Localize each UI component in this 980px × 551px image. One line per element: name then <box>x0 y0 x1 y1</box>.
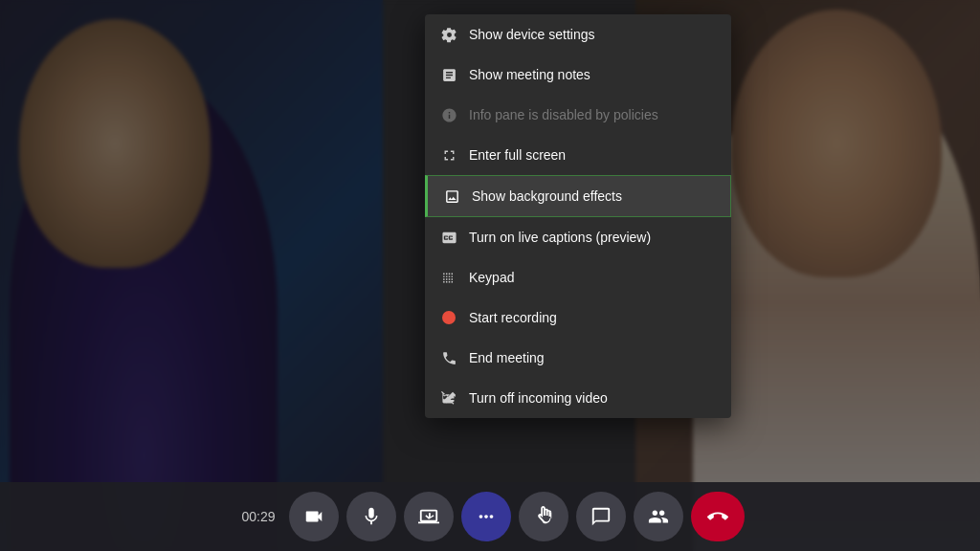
menu-label-background-effects: Show background effects <box>472 188 622 204</box>
menu-label-turn-off-video: Turn off incoming video <box>469 390 608 406</box>
menu-label-live-captions: Turn on live captions (preview) <box>469 230 651 245</box>
participants-button[interactable] <box>634 492 683 541</box>
more-options-button[interactable] <box>461 492 511 541</box>
notes-icon <box>440 66 457 83</box>
info-icon <box>440 106 457 123</box>
keypad-icon <box>440 269 457 286</box>
toolbar: 00:29 <box>0 482 980 551</box>
background-icon <box>443 187 460 205</box>
menu-label-meeting-notes: Show meeting notes <box>469 67 590 82</box>
record-icon <box>440 309 457 326</box>
menu-item-end-meeting[interactable]: End meeting <box>425 338 731 378</box>
menu-label-start-recording: Start recording <box>469 310 557 325</box>
mute-button[interactable] <box>346 492 396 541</box>
menu-item-background-effects[interactable]: Show background effects <box>425 175 731 217</box>
video-off-icon <box>440 389 457 407</box>
menu-label-end-meeting: End meeting <box>469 350 545 365</box>
menu-label-info-pane: Info pane is disabled by policies <box>469 107 658 122</box>
end-meeting-icon <box>440 349 457 366</box>
menu-label-full-screen: Enter full screen <box>469 147 566 163</box>
menu-item-info-pane: Info pane is disabled by policies <box>425 95 731 135</box>
menu-item-show-device-settings[interactable]: Show device settings <box>425 14 731 55</box>
menu-item-keypad[interactable]: Keypad <box>425 257 731 298</box>
call-timer: 00:29 <box>235 509 281 524</box>
context-menu: Show device settings Show meeting notes … <box>425 14 731 418</box>
menu-item-start-recording[interactable]: Start recording <box>425 298 731 338</box>
gear-icon <box>440 26 457 43</box>
menu-item-live-captions[interactable]: Turn on live captions (preview) <box>425 217 731 257</box>
menu-item-enter-full-screen[interactable]: Enter full screen <box>425 135 731 175</box>
share-screen-button[interactable] <box>404 492 454 541</box>
end-call-button[interactable] <box>691 492 745 541</box>
menu-label-keypad: Keypad <box>469 270 514 285</box>
raise-hand-button[interactable] <box>519 492 568 541</box>
menu-item-show-meeting-notes[interactable]: Show meeting notes <box>425 55 731 95</box>
fullscreen-icon <box>440 146 457 164</box>
menu-label-device-settings: Show device settings <box>469 27 595 42</box>
menu-item-turn-off-incoming-video[interactable]: Turn off incoming video <box>425 378 731 418</box>
video-button[interactable] <box>289 492 339 541</box>
chat-button[interactable] <box>576 492 626 541</box>
captions-icon <box>440 229 457 246</box>
